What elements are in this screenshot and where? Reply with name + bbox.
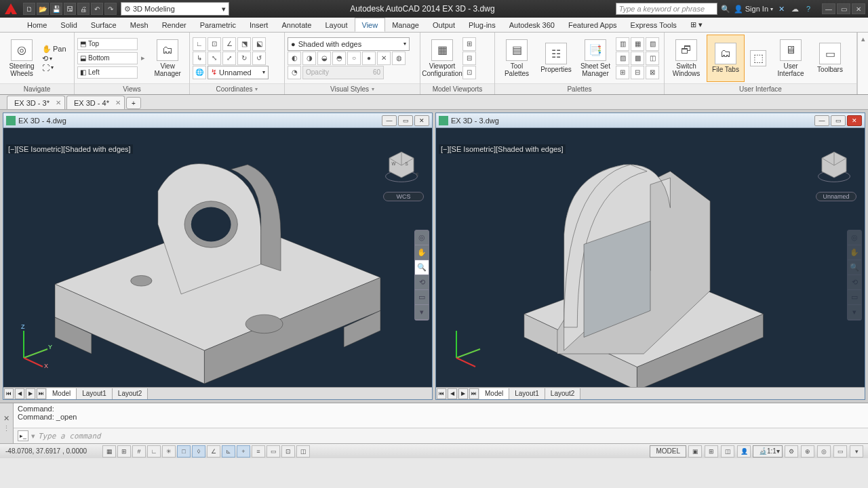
view-manager-button[interactable]: 🗂 View Manager bbox=[149, 35, 186, 82]
lt-prev-icon[interactable]: ◀ bbox=[448, 388, 457, 399]
tab-layout2[interactable]: Layout2 bbox=[113, 388, 149, 399]
vs-2[interactable]: ◑ bbox=[302, 52, 316, 65]
pal-6[interactable]: ◫ bbox=[646, 52, 659, 65]
steering-wheels-button[interactable]: ◎ Steering Wheels bbox=[3, 35, 41, 82]
ucs-named-selector[interactable]: ↯ Unnamed▾ bbox=[208, 66, 269, 79]
nav-orbit-icon[interactable]: ⟲ bbox=[848, 275, 861, 290]
ucs-icon-9[interactable]: ↻ bbox=[237, 52, 251, 65]
sb-r4[interactable]: ⚙ bbox=[785, 445, 798, 458]
nav-zoom-icon[interactable]: 🔍 bbox=[848, 260, 861, 275]
tab-a360[interactable]: Autodesk 360 bbox=[502, 18, 561, 32]
orbit-button[interactable]: ⟲▾ bbox=[42, 54, 66, 63]
ribbon-collapse-icon[interactable]: ▴ bbox=[857, 33, 868, 94]
tab-plugins[interactable]: Plug-ins bbox=[462, 18, 502, 32]
tab-featured[interactable]: Featured Apps bbox=[561, 18, 624, 32]
win-close-icon[interactable]: ✕ bbox=[414, 115, 429, 126]
file-tab-2[interactable]: EX 3D - 4*✕ bbox=[66, 96, 125, 109]
new-tab-button[interactable]: + bbox=[126, 97, 141, 109]
coordinate-readout[interactable]: -48.0708, 37.6917 , 0.0000 bbox=[0, 447, 102, 455]
viewcube-right[interactable] bbox=[816, 147, 852, 184]
drawing-canvas-left[interactable]: [−][SE Isometric][Shaded with edges] bbox=[3, 128, 432, 387]
pan-button[interactable]: ✋Pan bbox=[42, 45, 66, 54]
vs-5[interactable]: ○ bbox=[347, 52, 361, 65]
open-icon[interactable]: 📂 bbox=[37, 3, 49, 15]
vs-4[interactable]: ◓ bbox=[332, 52, 346, 65]
new-icon[interactable]: 🗋 bbox=[23, 3, 35, 15]
cloud-icon[interactable]: ☁ bbox=[789, 3, 800, 14]
cmd-close-icon[interactable]: ✕ bbox=[3, 414, 9, 423]
tab-parametric[interactable]: Parametric bbox=[193, 18, 243, 32]
command-input[interactable]: Type a command bbox=[38, 432, 864, 441]
sb-infer[interactable]: ▦ bbox=[102, 445, 116, 458]
vp-restore[interactable]: ⊡ bbox=[462, 66, 476, 79]
cmd-grip-icon[interactable]: ⋮ bbox=[3, 424, 10, 433]
viewcube-left[interactable]: W S E bbox=[383, 147, 420, 184]
sb-tray-icon[interactable]: ▾ bbox=[850, 445, 863, 458]
nav-showmotion-icon[interactable]: ▭ bbox=[415, 290, 429, 305]
tab-annotate[interactable]: Annotate bbox=[275, 18, 318, 32]
pal-1[interactable]: ▥ bbox=[616, 37, 629, 51]
tab-manage[interactable]: Manage bbox=[385, 18, 426, 32]
ucs-icon-10[interactable]: ↺ bbox=[252, 52, 266, 65]
sb-ducs[interactable]: ⊾ bbox=[222, 445, 235, 458]
nav-zoom-icon[interactable]: 🔍 bbox=[415, 260, 429, 275]
tab-view[interactable]: View bbox=[355, 18, 386, 32]
cmd-prompt-icon[interactable]: ▸_ bbox=[18, 430, 28, 441]
sb-qp[interactable]: ⊡ bbox=[281, 445, 295, 458]
opacity-toggle[interactable]: ◔ bbox=[288, 66, 301, 79]
nav-wheel-icon[interactable]: ◎ bbox=[848, 230, 861, 245]
maximize-icon[interactable]: ▭ bbox=[837, 3, 850, 14]
sb-ortho[interactable]: ∟ bbox=[147, 445, 161, 458]
vs-1[interactable]: ◐ bbox=[288, 52, 301, 65]
tab-home[interactable]: Home bbox=[20, 18, 54, 32]
nav-wheel-icon[interactable]: ◎ bbox=[415, 230, 429, 245]
tab-output[interactable]: Output bbox=[426, 18, 462, 32]
ucs-icon-6[interactable]: ↳ bbox=[193, 52, 206, 65]
tool-palettes-button[interactable]: ▤ Tool Palettes bbox=[498, 35, 536, 82]
wcs-label-right[interactable]: Unnamed bbox=[816, 192, 856, 201]
file-tabs-button[interactable]: 🗂 File Tabs bbox=[707, 35, 745, 82]
pal-7[interactable]: ⊞ bbox=[616, 66, 629, 79]
sb-r3[interactable]: ◫ bbox=[721, 445, 734, 458]
sb-osnap[interactable]: □ bbox=[177, 445, 191, 458]
nav-orbit-icon[interactable]: ⟲ bbox=[415, 275, 429, 290]
help-search-input[interactable]: Type a keyword or phrase bbox=[616, 3, 717, 15]
ucs-world-icon[interactable]: 🌐 bbox=[193, 66, 206, 79]
tab-layout[interactable]: Layout bbox=[318, 18, 354, 32]
redo-icon[interactable]: ↷ bbox=[104, 3, 117, 15]
win-close-icon[interactable]: ✕ bbox=[847, 115, 862, 126]
win-min-icon[interactable]: — bbox=[382, 115, 397, 126]
saveas-icon[interactable]: 🖫 bbox=[64, 3, 76, 15]
ucs-icon-right[interactable] bbox=[443, 321, 490, 368]
ucs-icon-left[interactable]: Z Y X bbox=[10, 321, 58, 368]
sb-r7[interactable]: ▭ bbox=[833, 445, 847, 458]
signin-button[interactable]: 👤 Sign In ▾ bbox=[734, 5, 773, 14]
sb-dyn[interactable]: + bbox=[237, 445, 250, 458]
layout-tabs-button[interactable]: ⬚ bbox=[746, 35, 770, 82]
vs-7[interactable]: ✕ bbox=[377, 52, 391, 65]
close-tab-icon[interactable]: ✕ bbox=[56, 99, 61, 106]
minimize-icon[interactable]: — bbox=[822, 3, 835, 14]
tab-surface[interactable]: Surface bbox=[84, 18, 123, 32]
pal-5[interactable]: ▩ bbox=[631, 52, 644, 65]
tab-mesh[interactable]: Mesh bbox=[123, 18, 155, 32]
nav-expand-icon[interactable]: ▾ bbox=[848, 305, 861, 320]
properties-button[interactable]: ☷ Properties bbox=[537, 35, 575, 82]
undo-icon[interactable]: ↶ bbox=[91, 3, 103, 15]
vs-8[interactable]: ◍ bbox=[392, 52, 406, 65]
sb-polar[interactable]: ✳ bbox=[162, 445, 176, 458]
nav-pan-icon[interactable]: ✋ bbox=[415, 245, 429, 260]
nav-expand-icon[interactable]: ▾ bbox=[415, 305, 429, 320]
extents-button[interactable]: ⛶▾ bbox=[42, 64, 66, 72]
sheetset-button[interactable]: 📑 Sheet Set Manager bbox=[576, 35, 614, 82]
ucs-icon-7[interactable]: ⤡ bbox=[208, 52, 221, 65]
switch-windows-button[interactable]: 🗗 Switch Windows bbox=[667, 35, 705, 82]
win-max-icon[interactable]: ▭ bbox=[831, 115, 846, 126]
sb-r2[interactable]: ⊞ bbox=[705, 445, 718, 458]
lt-prev-icon[interactable]: ◀ bbox=[15, 388, 24, 399]
command-line[interactable]: ▸_ ▾ Type a command bbox=[14, 428, 868, 443]
drawing-canvas-right[interactable]: [−][SE Isometric][Shaded with edges] bbox=[436, 128, 865, 387]
nav-showmotion-icon[interactable]: ▭ bbox=[848, 290, 861, 305]
sb-sc[interactable]: ◫ bbox=[296, 445, 310, 458]
anno-scale[interactable]: 🔬1:1▾ bbox=[753, 445, 783, 458]
